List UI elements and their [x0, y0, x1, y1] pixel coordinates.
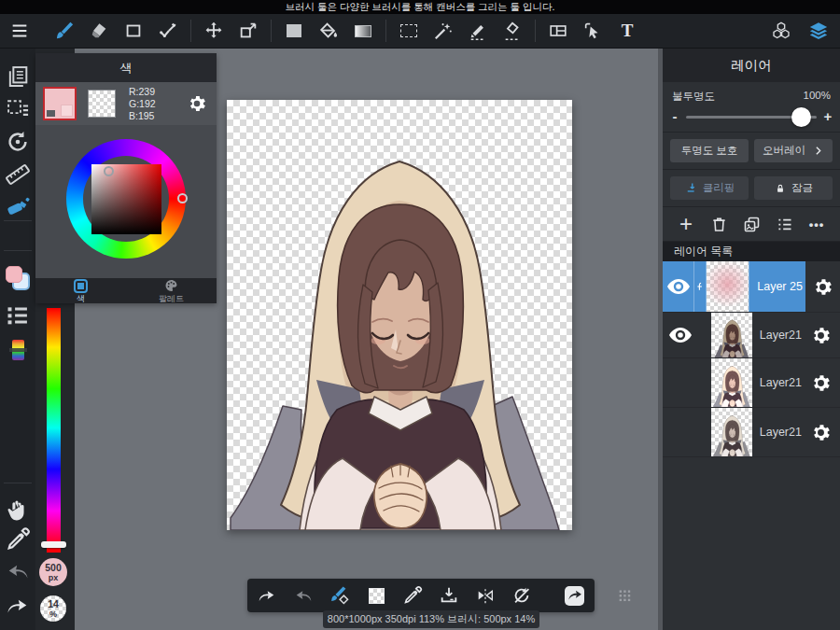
tool-hint-bar: 브러시 툴은 다양한 브러시를 통해 캔버스를 그리는 툴 입니다.	[0, 0, 840, 14]
hand-pan-icon[interactable]	[5, 497, 31, 524]
toolbar-divider	[535, 20, 536, 42]
panel-layout-icon[interactable]	[548, 21, 568, 41]
alpha-lock-button[interactable]: 투명도 보호	[670, 139, 749, 162]
layer-settings-gear-icon[interactable]	[802, 358, 840, 407]
layer-row[interactable]: Layer21	[663, 358, 840, 408]
duplicate-layer-icon[interactable]	[741, 214, 762, 234]
object-select-icon[interactable]	[582, 21, 603, 41]
rgb-g-value: G:192	[129, 98, 156, 110]
layer-visibility-toggle[interactable]	[663, 358, 697, 407]
select-eraser-tool-icon[interactable]	[502, 21, 523, 41]
eraser-tool-icon[interactable]	[89, 21, 109, 41]
brush-list-icon[interactable]	[5, 302, 31, 329]
hue-slider[interactable]	[47, 308, 61, 553]
drawing-canvas[interactable]	[227, 100, 572, 530]
ruler-snap-icon[interactable]	[5, 161, 31, 188]
undo-icon[interactable]	[5, 593, 31, 619]
reset-rotation-icon[interactable]	[511, 585, 532, 606]
menu-icon[interactable]	[9, 21, 30, 41]
publish-export-icon[interactable]	[564, 585, 584, 606]
select-rect-tool-icon[interactable]	[399, 21, 419, 41]
clipping-button[interactable]: 클리핑	[670, 176, 749, 200]
rotate-view-icon[interactable]	[5, 129, 31, 155]
more-options-icon[interactable]: •••	[806, 214, 827, 234]
tab-color[interactable]: 색	[35, 278, 126, 303]
clipping-indicator-icon	[693, 261, 707, 312]
palette-gradient-icon[interactable]	[5, 337, 31, 363]
saturation-value-square[interactable]	[91, 164, 161, 234]
layer-row[interactable]: Layer21	[663, 313, 840, 358]
lock-button[interactable]: 잠금	[754, 176, 833, 200]
fill-rect-tool-icon[interactable]	[284, 21, 304, 41]
toolbar-divider	[385, 20, 386, 42]
material-library-icon[interactable]	[771, 21, 791, 41]
sidebar-divider	[4, 483, 32, 483]
transform-tool-icon[interactable]	[238, 21, 259, 41]
move-tool-icon[interactable]	[203, 21, 224, 41]
foreground-color-swatch[interactable]	[43, 87, 77, 120]
airbrush-icon[interactable]	[5, 194, 31, 220]
brush-size-badge[interactable]: 500 px	[39, 558, 67, 586]
blend-mode-button[interactable]: 오버레이	[754, 139, 833, 162]
layer-settings-gear-icon[interactable]	[805, 261, 840, 312]
add-layer-icon[interactable]: +	[676, 214, 696, 234]
shape-tool-icon[interactable]	[123, 21, 144, 41]
layer-settings-gear-icon[interactable]	[802, 313, 840, 357]
layer-visibility-toggle[interactable]	[663, 408, 697, 456]
eyedropper-icon[interactable]	[5, 526, 31, 553]
current-color-chip[interactable]	[366, 585, 386, 606]
opacity-slider-row: - +	[663, 105, 840, 133]
opacity-slider-knob[interactable]	[791, 107, 811, 127]
select-pen-tool-icon[interactable]	[468, 21, 488, 41]
layer-name: Layer21	[752, 358, 802, 407]
gradient-tool-icon[interactable]	[353, 21, 373, 41]
chevron-right-icon	[812, 145, 824, 157]
layers-panel-toggle-icon[interactable]	[808, 21, 829, 41]
undo-icon[interactable]	[257, 585, 277, 606]
eyedropper-icon[interactable]	[402, 585, 423, 606]
canvas-artwork	[227, 100, 572, 530]
select-option-icon[interactable]	[5, 96, 31, 122]
opacity-value: 100%	[804, 90, 831, 104]
opacity-plus-button[interactable]: +	[823, 109, 833, 124]
rgb-b-value: B:195	[129, 110, 156, 122]
delete-layer-icon[interactable]	[708, 214, 729, 234]
color-panel-icon[interactable]	[5, 265, 31, 291]
brush-tool-icon[interactable]	[54, 21, 75, 41]
layer-list-view-icon[interactable]	[774, 214, 794, 234]
toolbar-divider	[190, 20, 191, 42]
color-settings-gear-icon[interactable]	[187, 93, 207, 114]
magic-wand-tool-icon[interactable]	[433, 21, 454, 41]
flip-horizontal-icon[interactable]	[475, 585, 496, 606]
hue-ring-selector[interactable]	[177, 193, 188, 203]
tab-palette[interactable]: 팔레트	[126, 278, 217, 303]
save-icon[interactable]	[439, 585, 459, 606]
brush-opacity-badge[interactable]: 14 %	[40, 595, 66, 622]
opacity-slider[interactable]	[686, 116, 817, 119]
curve-pen-tool-icon[interactable]	[158, 21, 178, 41]
layer-visibility-toggle[interactable]	[663, 261, 693, 312]
layer-visibility-toggle[interactable]	[663, 313, 697, 357]
layer-row-selected[interactable]: Layer 25	[663, 261, 840, 313]
text-tool-icon[interactable]: T	[617, 21, 637, 41]
transparent-color-swatch[interactable]	[88, 90, 116, 118]
layer-thumbnail[interactable]	[707, 261, 749, 312]
layer-row[interactable]: Layer21	[663, 408, 840, 457]
toolbar-divider	[271, 20, 272, 42]
opacity-minus-button[interactable]: -	[670, 109, 679, 124]
layer-thumbnail[interactable]	[711, 408, 752, 456]
layer-thumbnail[interactable]	[711, 313, 752, 357]
hue-slider-handle[interactable]	[41, 541, 66, 548]
opacity-row: 불투명도 100%	[663, 82, 840, 105]
canvas-status-bar: 800*1000px 350dpi 113% 브러시: 500px 14%	[323, 610, 539, 628]
canvas-pages-icon[interactable]	[5, 63, 31, 90]
layer-thumbnail[interactable]	[711, 358, 752, 407]
sv-selector[interactable]	[104, 166, 114, 176]
left-sidebar	[0, 49, 35, 630]
redo-icon[interactable]	[5, 558, 31, 584]
brush-eraser-toggle-icon[interactable]	[329, 585, 350, 606]
layer-settings-gear-icon[interactable]	[802, 408, 840, 456]
drag-handle-icon[interactable]	[616, 585, 637, 606]
bucket-tool-icon[interactable]	[318, 21, 339, 41]
redo-icon[interactable]	[293, 585, 314, 606]
